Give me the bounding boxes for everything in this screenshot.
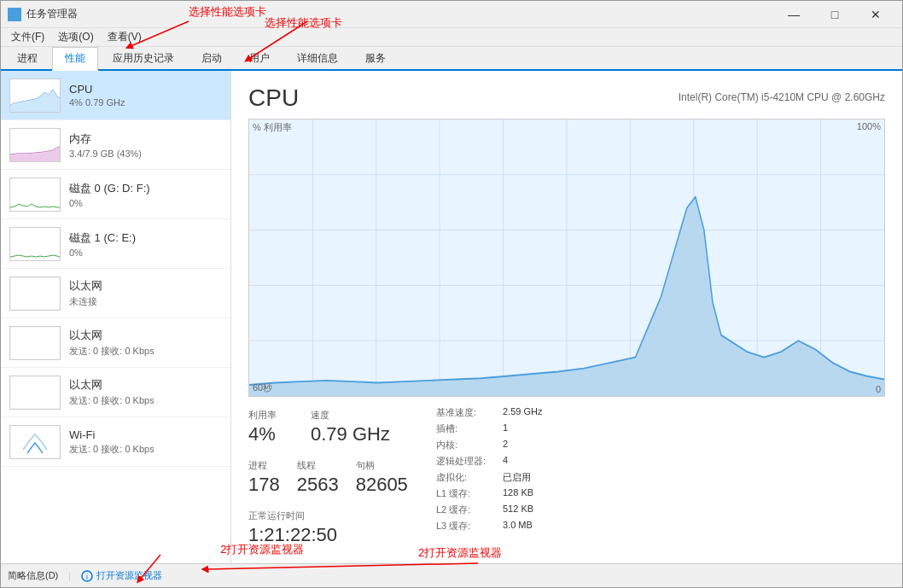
- virtual-value: 已启用: [503, 471, 531, 484]
- sidebar-item-eth2[interactable]: 以太网 发送: 0 接收: 0 Kbps: [1, 318, 230, 368]
- tab-users[interactable]: 用户: [236, 47, 283, 69]
- memory-name: 内存: [69, 131, 222, 147]
- sidebar-item-wifi[interactable]: Wi-Fi 发送: 0 接收: 0 Kbps: [1, 417, 230, 467]
- logical-row: 逻辑处理器: 4: [436, 455, 542, 468]
- menu-options[interactable]: 选项(O): [51, 28, 100, 46]
- process-value: 178: [248, 474, 280, 496]
- eth1-stats: 未连接: [69, 295, 222, 308]
- chart-svg: [249, 119, 884, 396]
- sidebar-item-eth3[interactable]: 以太网 发送: 0 接收: 0 Kbps: [1, 368, 230, 417]
- tab-startup[interactable]: 启动: [189, 47, 235, 69]
- disk1-thumbnail: [9, 227, 61, 261]
- simple-info-text: 简略信息(D): [8, 569, 58, 582]
- close-button[interactable]: ✕: [856, 3, 895, 26]
- window-controls: — □ ✕: [774, 3, 895, 26]
- l1-value: 128 KB: [503, 487, 533, 500]
- l3-value: 3.0 MB: [503, 520, 533, 533]
- maximize-button[interactable]: □: [815, 3, 854, 26]
- disk0-thumbnail: [9, 178, 61, 212]
- minimize-button[interactable]: —: [774, 3, 813, 26]
- eth3-info: 以太网 发送: 0 接收: 0 Kbps: [69, 377, 222, 407]
- bottom-bar: 简略信息(D) | i 打开资源监视器 2打开资源监视器: [1, 563, 902, 587]
- monitor-icon: i: [81, 570, 93, 582]
- disk1-name: 磁盘 1 (C: E:): [69, 230, 222, 246]
- sidebar-item-memory[interactable]: 内存 3.4/7.9 GB (43%): [1, 120, 230, 170]
- virtual-label: 虚拟化:: [436, 471, 496, 484]
- eth2-thumbnail: [9, 326, 61, 360]
- detail-title: CPU: [248, 84, 299, 112]
- memory-stats: 3.4/7.9 GB (43%): [69, 148, 222, 159]
- wifi-stats: 发送: 0 接收: 0 Kbps: [69, 443, 222, 456]
- base-speed-value: 2.59 GHz: [503, 406, 542, 419]
- chart-y-label: % 利用率: [253, 121, 292, 134]
- l2-value: 512 KB: [503, 504, 533, 516]
- disk0-name: 磁盘 0 (G: D: F:): [69, 181, 222, 196]
- memory-thumbnail: [9, 128, 61, 162]
- detail-subtitle: Intel(R) Core(TM) i5-4210M CPU @ 2.60GHz: [679, 91, 885, 103]
- chart-x-label: 60秒: [253, 381, 272, 394]
- process-block: 进程 178: [248, 456, 280, 499]
- utilization-value: 4%: [248, 423, 277, 445]
- cpu-thumbnail: [9, 79, 61, 113]
- svg-text:i: i: [86, 573, 88, 581]
- main-content: CPU 4% 0.79 GHz 内存 3.4/7.9 GB (43%): [1, 71, 902, 563]
- uptime-value: 1:21:22:50: [248, 524, 419, 546]
- svg-rect-0: [9, 9, 14, 14]
- svg-rect-11: [10, 277, 60, 310]
- uptime-block: 正常运行时间 1:21:22:50: [248, 506, 419, 550]
- disk0-stats: 0%: [69, 198, 222, 208]
- eth3-stats: 发送: 0 接收: 0 Kbps: [69, 394, 222, 407]
- base-speed-label: 基准速度:: [436, 406, 496, 419]
- process-label: 进程: [248, 459, 280, 472]
- l1-label: L1 缓存:: [436, 487, 496, 500]
- eth1-info: 以太网 未连接: [69, 278, 222, 308]
- svg-rect-12: [10, 327, 60, 359]
- open-monitor-button[interactable]: i 打开资源监视器: [81, 569, 162, 582]
- handle-label: 句柄: [356, 459, 408, 472]
- eth3-thumbnail: [9, 376, 61, 410]
- utilization-label: 利用率: [248, 409, 277, 422]
- tabs-bar: 进程 性能 应用历史记录 启动 用户 详细信息 服务: [1, 47, 902, 71]
- sockets-value: 1: [503, 422, 508, 435]
- detail-header: CPU Intel(R) Core(TM) i5-4210M CPU @ 2.6…: [248, 84, 885, 112]
- menu-bar: 文件(F) 选项(O) 查看(V): [1, 28, 902, 47]
- open-monitor-label: 打开资源监视器: [96, 569, 162, 582]
- eth2-name: 以太网: [69, 328, 222, 343]
- tab-process[interactable]: 进程: [4, 47, 50, 69]
- app-icon: [8, 8, 21, 21]
- sidebar-item-eth1[interactable]: 以太网 未连接: [1, 269, 230, 318]
- svg-rect-1: [15, 9, 20, 14]
- annotation-arrow-up: [231, 71, 334, 72]
- sidebar: CPU 4% 0.79 GHz 内存 3.4/7.9 GB (43%): [1, 71, 231, 563]
- sidebar-item-cpu[interactable]: CPU 4% 0.79 GHz: [1, 71, 230, 120]
- l3-label: L3 缓存:: [436, 520, 496, 533]
- lower-left-stats: 利用率 4% 速度 0.79 GHz 进程 178: [248, 405, 419, 550]
- wifi-thumbnail: [9, 425, 61, 459]
- disk1-info: 磁盘 1 (C: E:) 0%: [69, 230, 222, 258]
- cpu-info: CPU 4% 0.79 GHz: [69, 83, 222, 108]
- thread-value: 2563: [297, 474, 339, 496]
- base-speed-row: 基准速度: 2.59 GHz: [436, 406, 542, 419]
- tab-details[interactable]: 详细信息: [284, 47, 351, 69]
- disk1-stats: 0%: [69, 247, 222, 258]
- tab-services[interactable]: 服务: [352, 47, 399, 69]
- chart-y-min: 0: [876, 384, 881, 394]
- cores-value: 2: [503, 439, 508, 451]
- tab-app-history[interactable]: 应用历史记录: [100, 47, 187, 69]
- l2-label: L2 缓存:: [436, 504, 496, 516]
- uptime-label: 正常运行时间: [248, 509, 419, 522]
- eth2-info: 以太网 发送: 0 接收: 0 Kbps: [69, 328, 222, 358]
- memory-info: 内存 3.4/7.9 GB (43%): [69, 131, 222, 159]
- cores-label: 内核:: [436, 439, 496, 451]
- sidebar-item-disk1[interactable]: 磁盘 1 (C: E:) 0%: [1, 219, 230, 269]
- speed-block: 速度 0.79 GHz: [311, 405, 390, 449]
- handle-block: 句柄 82605: [356, 456, 408, 499]
- lower-right-info: 基准速度: 2.59 GHz 插槽: 1 内核: 2 逻辑处理器: 4: [436, 405, 542, 550]
- tab-performance[interactable]: 性能: [52, 47, 98, 71]
- utilization-block: 利用率 4%: [248, 405, 277, 449]
- menu-view[interactable]: 查看(V): [101, 28, 149, 46]
- sidebar-item-disk0[interactable]: 磁盘 0 (G: D: F:) 0%: [1, 170, 230, 219]
- menu-file[interactable]: 文件(F): [4, 28, 51, 46]
- thread-label: 线程: [297, 459, 339, 472]
- logical-label: 逻辑处理器:: [436, 455, 496, 468]
